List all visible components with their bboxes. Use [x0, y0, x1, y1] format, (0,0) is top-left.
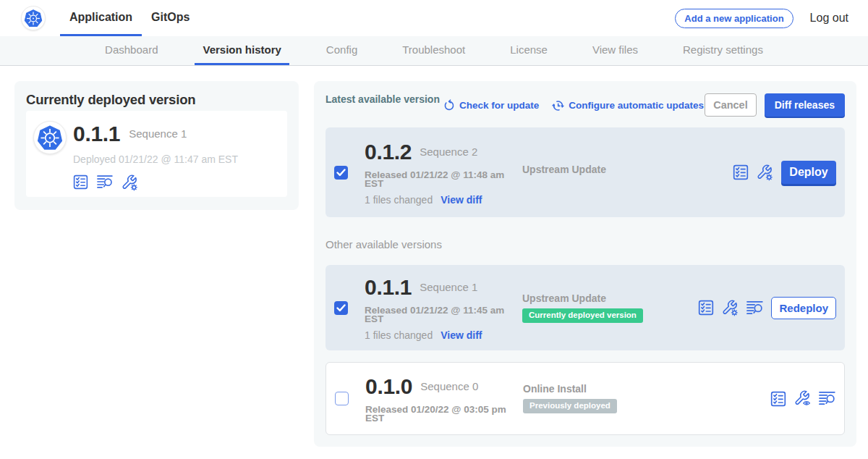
currently-deployed-badge: Currently deployed version — [522, 308, 643, 323]
deployed-version-number: 0.1.1 — [73, 125, 120, 143]
released-timestamp: Released 01/20/22 @ 03:05 pm EST — [365, 405, 506, 424]
deployed-sequence-label: Sequence 1 — [129, 125, 187, 143]
files-changed-label: 1 files changed — [365, 330, 433, 340]
app-icon — [33, 121, 67, 154]
view-config-icon[interactable] — [794, 390, 811, 407]
sequence-label: Sequence 1 — [420, 278, 477, 297]
deploy-logs-icon[interactable] — [97, 174, 113, 191]
deploy-logs-icon[interactable] — [819, 391, 835, 406]
subnav-troubleshoot[interactable]: Troubleshoot — [394, 36, 473, 65]
subnav-dashboard[interactable]: Dashboard — [97, 36, 166, 65]
sequence-label: Sequence 0 — [420, 377, 478, 396]
redeploy-button[interactable]: Redeploy — [771, 297, 836, 319]
subnav-license[interactable]: License — [502, 36, 556, 65]
currently-deployed-card: 0.1.1 Sequence 1 Deployed 01/21/22 @ 11:… — [26, 111, 287, 197]
version-row-0-1-0: 0.1.0 Sequence 0 Released 01/20/22 @ 03:… — [326, 362, 845, 435]
configure-automatic-updates-link[interactable]: Configure automatic updates — [552, 99, 704, 111]
refresh-icon — [443, 99, 455, 111]
deploy-button[interactable]: Deploy — [781, 161, 836, 184]
main-content: Currently deployed version 0.1.1 Sequenc… — [0, 66, 868, 447]
released-timestamp: Released 01/21/22 @ 11:45 am EST — [365, 306, 506, 324]
released-timestamp: Released 01/21/22 @ 11:48 am EST — [365, 171, 506, 189]
diff-checkbox-0-1-1[interactable] — [334, 301, 348, 315]
version-source-label: Upstream Update — [522, 293, 606, 303]
edit-config-icon[interactable] — [722, 300, 739, 316]
version-number: 0.1.1 — [365, 278, 412, 297]
preflight-checks-icon[interactable] — [733, 164, 749, 180]
preflight-checks-icon[interactable] — [73, 174, 88, 191]
edit-config-icon[interactable] — [122, 174, 138, 191]
currently-deployed-title: Currently deployed version — [26, 91, 287, 108]
kubernetes-logo — [21, 6, 46, 30]
view-diff-link[interactable]: View diff — [441, 330, 482, 340]
diff-checkbox-0-1-0[interactable] — [335, 392, 349, 405]
view-diff-link[interactable]: View diff — [441, 195, 482, 205]
version-number: 0.1.2 — [365, 143, 412, 161]
version-row-0-1-1: 0.1.1 Sequence 1 Released 01/21/22 @ 11:… — [326, 265, 845, 350]
preflight-checks-icon[interactable] — [698, 300, 714, 316]
version-source-label: Upstream Update — [522, 164, 606, 174]
deployed-timestamp: Deployed 01/21/22 @ 11:47 am EST — [73, 153, 238, 165]
diff-releases-button[interactable]: Diff releases — [765, 93, 845, 117]
app-subnav: Dashboard Version history Config Trouble… — [0, 36, 868, 66]
subnav-version-history[interactable]: Version history — [195, 36, 289, 65]
diff-checkbox-0-1-2[interactable] — [334, 166, 348, 180]
check-for-update-label: Check for update — [459, 100, 539, 111]
top-header: Application GitOps Add a new application… — [0, 0, 868, 36]
cancel-button[interactable]: Cancel — [705, 93, 757, 117]
other-versions-heading: Other available versions — [326, 239, 845, 250]
add-application-button[interactable]: Add a new application — [675, 9, 793, 28]
check-for-update-link[interactable]: Check for update — [443, 99, 539, 111]
preflight-checks-icon[interactable] — [770, 391, 786, 407]
subnav-view-files[interactable]: View files — [584, 36, 646, 65]
schedule-update-icon — [552, 99, 564, 111]
logout-link[interactable]: Log out — [810, 12, 848, 25]
top-tabs: Application GitOps — [60, 0, 199, 36]
version-source-label: Online Install — [523, 384, 587, 394]
version-number: 0.1.0 — [365, 377, 412, 396]
edit-config-icon[interactable] — [757, 164, 773, 181]
tab-application-label: Application — [69, 11, 132, 24]
currently-deployed-panel: Currently deployed version 0.1.1 Sequenc… — [14, 81, 299, 210]
subnav-registry-settings[interactable]: Registry settings — [675, 36, 771, 65]
latest-available-title: Latest available version — [326, 93, 440, 106]
deploy-logs-icon[interactable] — [746, 300, 763, 316]
tab-gitops-label: GitOps — [151, 11, 190, 24]
files-changed-label: 1 files changed — [365, 195, 433, 205]
configure-automatic-updates-label: Configure automatic updates — [569, 100, 704, 111]
sequence-label: Sequence 2 — [420, 143, 477, 161]
tab-gitops[interactable]: GitOps — [142, 0, 199, 36]
previously-deployed-badge: Previously deployed — [523, 399, 617, 413]
version-history-panel: Latest available version Check for updat… — [314, 81, 856, 447]
tab-application[interactable]: Application — [60, 0, 142, 36]
subnav-config[interactable]: Config — [318, 36, 365, 65]
version-row-0-1-2: 0.1.2 Sequence 2 Released 01/21/22 @ 11:… — [326, 127, 845, 217]
